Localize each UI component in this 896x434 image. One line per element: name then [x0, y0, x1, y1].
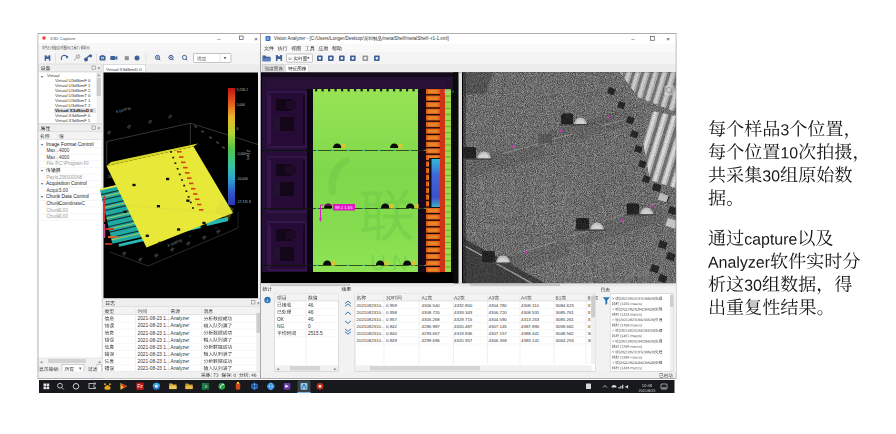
svg-text:×: × [97, 125, 100, 131]
svg-text:2021082310...: 2021082310... [357, 331, 385, 336]
svg-text:99.1 1.65: 99.1 1.65 [335, 205, 353, 210]
svg-text:3085.261: 3085.261 [556, 317, 575, 322]
svg-text:4308.531: 4308.531 [521, 310, 540, 315]
svg-text:Analyzer: Analyzer [171, 316, 190, 321]
svg-text:2021082310...: 2021082310... [357, 310, 385, 315]
svg-text:Acquisition Control: Acquisition Control [46, 181, 87, 186]
svg-text:X3D Capture: X3D Capture [50, 36, 76, 41]
svg-text:Fz: Fz [137, 383, 143, 389]
svg-text:/metalShelf/metalShelf--r1-1.x: /metalShelf/metalShelf--r1-1.xml] [382, 36, 449, 41]
svg-text:4319.836: 4319.836 [454, 331, 473, 336]
svg-text:Max ..: Max .. [47, 148, 60, 153]
svg-text:3085.761: 3085.761 [556, 310, 575, 315]
svg-text:46: 46 [308, 303, 314, 308]
svg-text:4307.145: 4307.145 [489, 324, 508, 329]
svg-text:4313.263: 4313.263 [521, 317, 540, 322]
svg-text:NG: NG [277, 324, 284, 329]
svg-text:2021-08-23 1...: 2021-08-23 1... [138, 316, 171, 321]
svg-text:5,000: 5,000 [237, 103, 246, 107]
svg-text:CoordinateC: CoordinateC [59, 201, 85, 206]
svg-text:Vision Analyzer - [C:/Users/Lo: Vision Analyzer - [C:/Users/Longer/Deskt… [274, 36, 364, 41]
svg-text:0: 0 [237, 127, 239, 131]
svg-text:U N: U N [370, 250, 408, 275]
svg-text:4000: 4000 [59, 155, 70, 160]
svg-text:2021082310...: 2021082310... [357, 317, 385, 322]
svg-text:0.957: 0.957 [386, 317, 398, 322]
svg-text:▾: ▾ [41, 74, 43, 79]
svg-text:4333.343: 4333.343 [454, 310, 473, 315]
svg-text:2021082310...: 2021082310... [357, 324, 385, 329]
svg-text:4293.667: 4293.667 [422, 331, 441, 336]
svg-text:Z (um): Z (um) [246, 150, 250, 160]
svg-text:3084.623: 3084.623 [556, 303, 575, 308]
svg-text:0.840: 0.840 [386, 331, 398, 336]
svg-text:46: 46 [308, 317, 314, 322]
svg-text:Analyzer: Analyzer [171, 338, 190, 343]
svg-text:4305.268: 4305.268 [422, 317, 441, 322]
svg-text:4000: 4000 [59, 148, 70, 153]
svg-text:▾: ▾ [41, 143, 43, 147]
svg-text:Analyzer: Analyzer [171, 352, 190, 357]
svg-text:2021082310...: 2021082310... [357, 303, 385, 308]
svg-text:0.842: 0.842 [386, 324, 398, 329]
svg-text:256000048: 256000048 [59, 175, 82, 180]
svg-text:4332.800: 4332.800 [454, 303, 473, 308]
svg-text:-5,000: -5,000 [237, 152, 247, 156]
svg-text:0.00: 0.00 [59, 208, 68, 213]
svg-text:Analyzer: Analyzer [171, 345, 190, 350]
svg-text:3064.253: 3064.253 [556, 338, 575, 343]
svg-text:2021-08-23 1...: 2021-08-23 1... [138, 331, 171, 336]
svg-text:▾: ▾ [41, 195, 43, 199]
svg-text:4320.487: 4320.487 [454, 324, 473, 329]
svg-text:Virtual X3dSimD 0: Virtual X3dSimD 0 [106, 67, 142, 72]
svg-text:▾: ▾ [41, 182, 43, 186]
svg-text:4308.110: 4308.110 [521, 303, 540, 308]
svg-text:4307.157: 4307.157 [489, 331, 508, 336]
svg-text:4383.141: 4383.141 [521, 338, 540, 343]
svg-text:4320.357: 4320.357 [454, 338, 473, 343]
svg-text:4306.358: 4306.358 [489, 338, 508, 343]
svg-text:2021-08-23 1...: 2021-08-23 1... [138, 323, 171, 328]
svg-text:Chunk Data Control: Chunk Data Control [46, 194, 89, 199]
svg-text:4304.780: 4304.780 [489, 303, 508, 308]
svg-text:Max ..: Max .. [47, 155, 60, 160]
svg-text:×: × [254, 36, 258, 42]
svg-text:0.849: 0.849 [386, 338, 398, 343]
svg-text:5.00: 5.00 [59, 188, 68, 193]
svg-text:2515.5: 2515.5 [308, 331, 323, 336]
svg-text:0: 0 [308, 324, 311, 329]
svg-text:4299.696: 4299.696 [422, 338, 441, 343]
svg-text:46: 46 [308, 310, 314, 315]
svg-text:C:\Program Fil: C:\Program Fil [59, 161, 89, 166]
svg-text:Analyzer: Analyzer [171, 359, 190, 364]
svg-text:2021-08-23 1...: 2021-08-23 1... [138, 359, 171, 364]
svg-text:-10: -10 [107, 175, 112, 179]
svg-text:2021-08-23 1...: 2021-08-23 1... [138, 352, 171, 357]
svg-text:2021-08-23 1...: 2021-08-23 1... [138, 366, 171, 371]
svg-text:4387.890: 4387.890 [521, 324, 540, 329]
svg-text:0.00: 0.00 [59, 214, 68, 219]
svg-text:▾: ▾ [41, 169, 43, 173]
svg-text:×: × [257, 300, 260, 306]
svg-text:4306.540: 4306.540 [422, 303, 441, 308]
svg-text:4329.715: 4329.715 [454, 317, 473, 322]
svg-text:4388.441: 4388.441 [521, 331, 540, 336]
svg-text:-17,741.8: -17,741.8 [237, 200, 251, 204]
svg-text:X: X [266, 36, 269, 41]
svg-text:OK: OK [277, 317, 285, 322]
svg-text:4304.590: 4304.590 [489, 317, 508, 322]
svg-text:0.959: 0.959 [386, 303, 398, 308]
svg-text:-10,000: -10,000 [237, 177, 249, 181]
svg-text:Virtual X3dSimF 1: Virtual X3dSimF 1 [55, 118, 91, 123]
svg-text:2021082310...: 2021082310... [357, 338, 385, 343]
svg-text:Image Format Control: Image Format Control [46, 142, 94, 147]
svg-text:Analyzer: Analyzer [171, 331, 190, 336]
svg-text:9,258.2: 9,258.2 [237, 88, 248, 92]
svg-text:4306.720: 4306.720 [489, 310, 508, 315]
svg-text:2021-08-23 1...: 2021-08-23 1... [138, 345, 171, 350]
svg-text:4308.720: 4308.720 [422, 310, 441, 315]
svg-text:×: × [97, 65, 100, 71]
svg-text:3048.562: 3048.562 [556, 331, 575, 336]
svg-text:Analyzer: Analyzer [171, 323, 190, 328]
svg-text:0:: 0: [289, 56, 293, 61]
